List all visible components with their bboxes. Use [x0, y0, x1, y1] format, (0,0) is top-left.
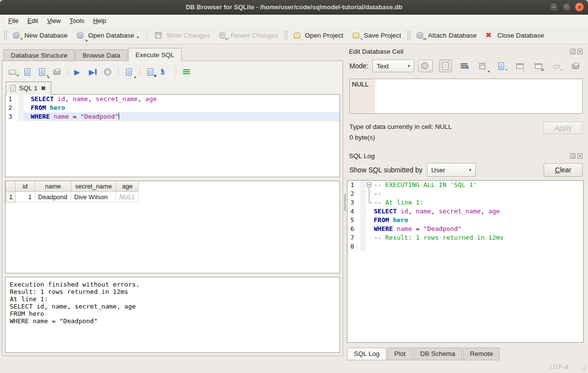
- export-to-file-button[interactable]: ▪: [495, 60, 507, 72]
- message-line: Result: 1 rows returned in 12ms: [10, 288, 335, 295]
- open-sql-file-button[interactable]: [21, 66, 34, 78]
- tab-browse-data[interactable]: Browse Data: [75, 49, 127, 61]
- close-dock-icon[interactable]: [577, 49, 583, 54]
- save-project-button[interactable]: ▪Save Project: [348, 29, 406, 42]
- mode-select[interactable]: Text ▾: [372, 60, 414, 72]
- copy-with-link-icon: ∞: [534, 62, 543, 70]
- save-results-button[interactable]: ▾: [123, 66, 135, 78]
- results-message-splitter[interactable]: [5, 273, 340, 277]
- menu-file[interactable]: File: [4, 16, 23, 26]
- chevron-down-icon: ▾: [469, 167, 471, 172]
- toolbar-drag-handle[interactable]: [3, 30, 7, 40]
- text-mode-button[interactable]: [439, 60, 452, 72]
- maximize-button[interactable]: □: [562, 2, 571, 12]
- float-dock-icon[interactable]: [570, 153, 575, 159]
- sql-editor[interactable]: 1SELECT id, name, secret_name, age2FROM …: [5, 94, 340, 177]
- copy-with-link-button[interactable]: ∞: [532, 60, 545, 72]
- execute-current-line-button[interactable]: ▶: [87, 66, 99, 78]
- word-wrap-button[interactable]: [181, 66, 193, 78]
- close-database-button[interactable]: ✖Close Database: [481, 29, 548, 42]
- stop-execution-icon: [103, 68, 112, 76]
- revert-changes-button[interactable]: ↩Revert Changes: [214, 29, 283, 42]
- fold-marker: [366, 216, 373, 225]
- fold-margin: [360, 216, 366, 225]
- menu-tools[interactable]: Tools: [65, 16, 88, 26]
- write-changes-icon: [155, 31, 163, 40]
- bottom-tab-db-schema[interactable]: DB Schema: [413, 348, 462, 360]
- chevron-down-icon: ▾: [137, 35, 139, 40]
- close-tab-icon[interactable]: ✖: [41, 85, 46, 92]
- float-dock-icon[interactable]: [570, 49, 575, 54]
- import-from-file-button[interactable]: ▾: [476, 60, 489, 72]
- cell-age[interactable]: NULL: [116, 191, 139, 202]
- attach-database-button[interactable]: ∞Attach Database: [412, 29, 481, 42]
- execute-all-button[interactable]: ▶: [72, 66, 84, 78]
- cell-name[interactable]: Deadpond: [35, 191, 71, 202]
- titlebar: DB Browser for SQLite - /home/user/code/…: [0, 0, 588, 15]
- cell-id[interactable]: 1: [16, 191, 35, 202]
- set-null-button[interactable]: −: [550, 60, 563, 72]
- apply-button[interactable]: Apply: [544, 122, 583, 134]
- code-text: FROM hero: [373, 216, 583, 225]
- word-wrap-button[interactable]: [458, 60, 470, 72]
- cell-secret-name[interactable]: Dive Wilson: [71, 191, 116, 202]
- stop-execution-button[interactable]: [101, 66, 114, 78]
- column-header-id[interactable]: id: [16, 181, 35, 191]
- column-header-age[interactable]: age: [116, 181, 139, 191]
- close-dock-icon[interactable]: [577, 153, 583, 159]
- submitter-select[interactable]: User ▾: [427, 163, 476, 177]
- write-changes-button[interactable]: Write Changes: [150, 29, 214, 42]
- chevron-down-icon: ▾: [407, 63, 410, 68]
- open-in-external-icon: →: [516, 62, 524, 70]
- table-row[interactable]: 11DeadpondDive WilsonNULL: [6, 191, 139, 202]
- resize-grip[interactable]: [580, 365, 586, 371]
- open-in-external-button[interactable]: →: [513, 60, 526, 72]
- code-line: 6WHERE name = "Deadpond": [347, 225, 583, 233]
- sql-doc-tab[interactable]: SQL 1 ✖: [6, 82, 51, 95]
- tab-database-structure[interactable]: Database Structure: [3, 49, 75, 61]
- open-project-button[interactable]: →Open Project: [289, 29, 348, 42]
- collapse-icon[interactable]: [367, 183, 371, 187]
- print-cell-icon: [571, 62, 580, 70]
- cell-size-text: 0 byte(s): [349, 132, 452, 143]
- new-database-button[interactable]: +New Database: [8, 29, 72, 42]
- print-button[interactable]: [51, 66, 63, 78]
- cell-content: NULL: [350, 79, 375, 113]
- print-cell-button[interactable]: [569, 60, 582, 72]
- toolbar-drag-handle[interactable]: [284, 30, 287, 40]
- word-wrap-icon: [182, 68, 191, 76]
- column-header-secret-name[interactable]: secret_name: [71, 181, 116, 191]
- execute-current-line-icon: ▶: [89, 68, 97, 76]
- column-header-name[interactable]: name: [35, 181, 71, 191]
- menu-edit[interactable]: Edit: [23, 16, 42, 26]
- line-number: 4: [347, 207, 360, 216]
- open-database-button[interactable]: →▾Open Database▾: [72, 29, 143, 42]
- cell-editor[interactable]: NULL: [349, 79, 583, 114]
- code-text: SELECT id, name, secret_name, age: [373, 207, 583, 216]
- code-text: [373, 242, 583, 251]
- clear-button[interactable]: Clear: [544, 163, 583, 177]
- edit-cell-title-label: Edit Database Cell: [349, 48, 404, 55]
- vertical-splitter[interactable]: [344, 44, 347, 360]
- fold-margin: [18, 112, 24, 121]
- save-sql-file-button[interactable]: ▪▾: [36, 66, 48, 78]
- minimize-button[interactable]: −: [549, 2, 559, 12]
- menu-help[interactable]: Help: [89, 16, 111, 26]
- sql-doc-tab-bar: SQL 1 ✖: [5, 82, 340, 94]
- bottom-tab-sql-log[interactable]: SQL Log: [347, 348, 386, 360]
- bottom-tab-remote[interactable]: Remote: [463, 348, 500, 360]
- tab-execute-sql[interactable]: Execute SQL: [128, 48, 182, 61]
- editor-results-splitter[interactable]: [5, 177, 340, 181]
- open-tab-button[interactable]: +: [7, 66, 19, 78]
- menu-view[interactable]: View: [42, 16, 65, 26]
- toolbar-drag-handle[interactable]: [407, 30, 410, 40]
- find-replace-button[interactable]: ●: [144, 66, 157, 78]
- fold-marker[interactable]: [366, 181, 373, 189]
- bottom-tab-plot[interactable]: Plot: [387, 348, 412, 360]
- set-null-icon: −: [553, 62, 561, 70]
- cell-type-text: Type of data currently in cell: NULL: [349, 122, 452, 132]
- fold-margin: [18, 95, 24, 104]
- auto-completion-button[interactable]: ba: [159, 66, 171, 78]
- close-button[interactable]: ×: [575, 2, 584, 12]
- import-text-button[interactable]: →: [418, 60, 433, 72]
